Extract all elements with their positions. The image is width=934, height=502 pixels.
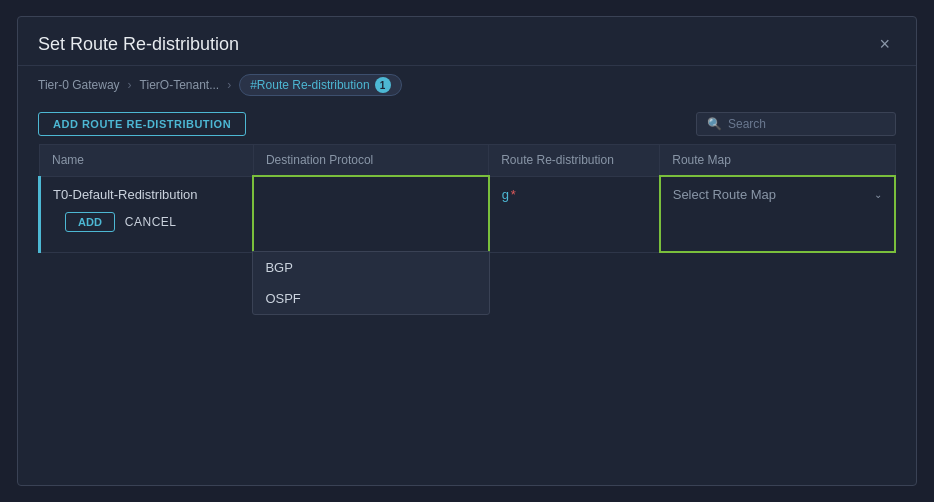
main-table: Name Destination Protocol Route Re-distr… [38,144,896,253]
route-map-select[interactable]: Select Route Map ⌄ [661,177,894,212]
route-map-cell: Select Route Map ⌄ [660,176,895,252]
breadcrumb-sep-1: › [128,78,132,92]
name-cell: T0-Default-Redistribution ADD CANCEL [40,176,254,252]
row-actions: ADD CANCEL [53,202,240,242]
name-text: T0-Default-Redistribution [53,187,198,202]
dropdown-item-ospf[interactable]: OSPF [253,283,488,314]
modal-header: Set Route Re-distribution × [18,17,916,66]
modal-title: Set Route Re-distribution [38,34,239,55]
required-star: * [511,187,516,202]
route-map-placeholder: Select Route Map [673,187,776,202]
column-header-name: Name [40,145,254,177]
search-box: 🔍 [696,112,896,136]
table-header-row: Name Destination Protocol Route Re-distr… [40,145,896,177]
breadcrumb-tag-label: #Route Re-distribution [250,78,369,92]
breadcrumb: Tier-0 Gateway › TierO-Tenant... › #Rout… [18,66,916,104]
dest-protocol-cell: BGP OSPF [253,176,488,252]
column-header-dest-protocol: Destination Protocol [253,145,488,177]
table-row: T0-Default-Redistribution ADD CANCEL BGP… [40,176,896,252]
search-input[interactable] [728,117,885,131]
column-header-route-map: Route Map [660,145,895,177]
breadcrumb-badge: 1 [375,77,391,93]
column-header-route-redist: Route Re-distribution [489,145,660,177]
breadcrumb-sep-2: › [227,78,231,92]
chevron-down-icon: ⌄ [874,189,882,200]
row-add-button[interactable]: ADD [65,212,115,232]
modal: Set Route Re-distribution × Tier-0 Gatew… [17,16,917,486]
table-container: Name Destination Protocol Route Re-distr… [18,144,916,485]
close-button[interactable]: × [873,33,896,55]
protocol-dropdown: BGP OSPF [252,251,489,315]
breadcrumb-tag[interactable]: #Route Re-distribution 1 [239,74,401,96]
add-route-redistribution-button[interactable]: ADD ROUTE RE-DISTRIBUTION [38,112,246,136]
row-cancel-button[interactable]: CANCEL [125,215,177,229]
search-icon: 🔍 [707,117,722,131]
route-redist-text: g [502,187,509,202]
route-redist-cell: g* [489,176,660,252]
dest-protocol-input[interactable] [254,177,487,212]
name-value: T0-Default-Redistribution ADD CANCEL [41,177,252,252]
breadcrumb-tier0: Tier-0 Gateway [38,78,120,92]
route-redist-value: g* [490,177,659,212]
dropdown-item-bgp[interactable]: BGP [253,252,488,283]
breadcrumb-tenant: TierO-Tenant... [140,78,220,92]
toolbar: ADD ROUTE RE-DISTRIBUTION 🔍 [18,104,916,144]
